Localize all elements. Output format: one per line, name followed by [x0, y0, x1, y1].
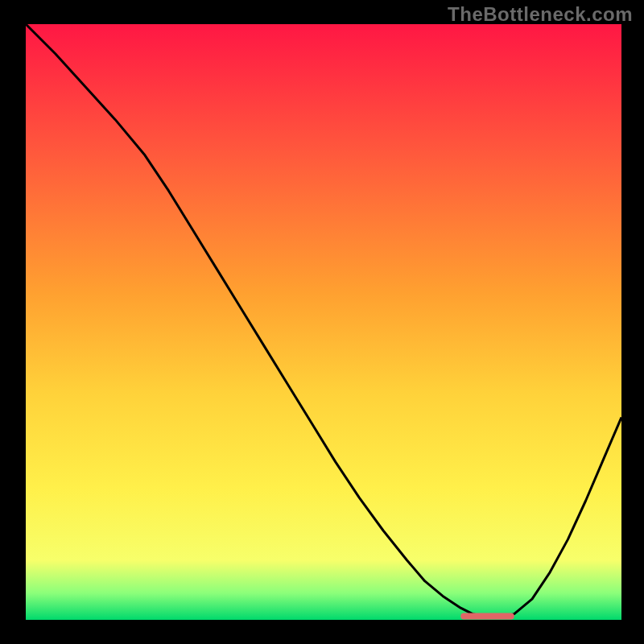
bottleneck-curve-chart [26, 24, 621, 620]
optimal-range-marker [460, 613, 514, 620]
chart-stage: TheBottleneck.com [0, 0, 644, 644]
gradient-background [26, 24, 621, 620]
watermark-label: TheBottleneck.com [448, 3, 633, 26]
plot-area [26, 24, 621, 620]
